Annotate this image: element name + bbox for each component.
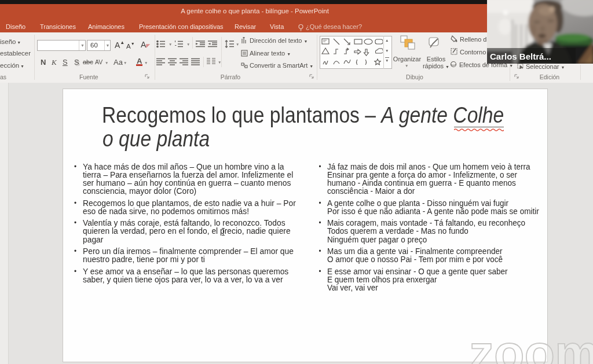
- svg-text:Carlos Beltrá...: Carlos Beltrá...: [490, 52, 551, 61]
